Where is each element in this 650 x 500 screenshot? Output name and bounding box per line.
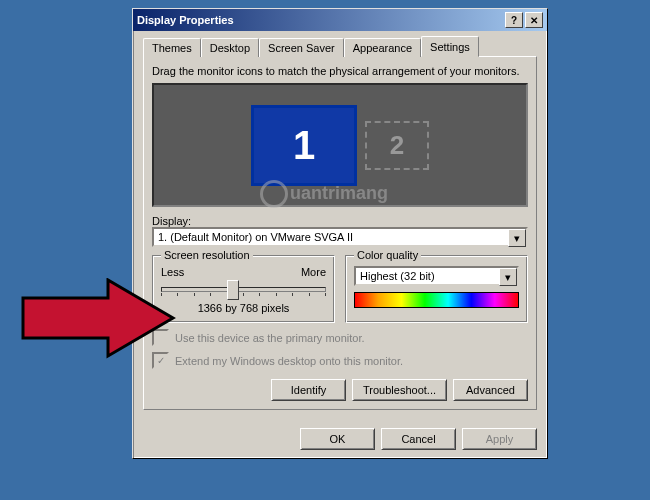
color-quality-value: Highest (32 bit) xyxy=(360,270,435,282)
monitor-2[interactable]: 2 xyxy=(365,121,429,170)
dialog-buttons: OK Cancel Apply xyxy=(133,420,547,458)
display-dropdown[interactable]: 1. (Default Monitor) on VMware SVGA II ▾ xyxy=(152,227,528,247)
display-properties-window: Display Properties ? ✕ Themes Desktop Sc… xyxy=(132,8,548,459)
help-button[interactable]: ? xyxy=(505,12,523,28)
display-value: 1. (Default Monitor) on VMware SVGA II xyxy=(158,231,353,243)
tab-desktop[interactable]: Desktop xyxy=(201,38,259,57)
color-spectrum xyxy=(354,292,519,308)
cancel-button[interactable]: Cancel xyxy=(381,428,456,450)
resolution-title: Screen resolution xyxy=(161,249,253,261)
monitor-arrangement-area[interactable]: 1 2 xyxy=(152,83,528,207)
primary-monitor-checkbox: Use this device as the primary monitor. xyxy=(152,329,528,346)
color-quality-title: Color quality xyxy=(354,249,421,261)
resolution-value: 1366 by 768 pixels xyxy=(161,302,326,314)
tab-themes[interactable]: Themes xyxy=(143,38,201,57)
titlebar[interactable]: Display Properties ? ✕ xyxy=(133,9,547,31)
settings-panel: Drag the monitor icons to match the phys… xyxy=(143,56,537,410)
tab-settings[interactable]: Settings xyxy=(421,36,479,57)
tab-appearance[interactable]: Appearance xyxy=(344,38,421,57)
tab-strip: Themes Desktop Screen Saver Appearance S… xyxy=(143,38,537,57)
checkbox-icon xyxy=(152,329,169,346)
advanced-button[interactable]: Advanced xyxy=(453,379,528,401)
tab-screensaver[interactable]: Screen Saver xyxy=(259,38,344,57)
color-quality-dropdown[interactable]: Highest (32 bit) ▾ xyxy=(354,266,519,286)
display-label: Display: xyxy=(152,215,528,227)
apply-button[interactable]: Apply xyxy=(462,428,537,450)
slider-track xyxy=(161,287,326,292)
instruction-text: Drag the monitor icons to match the phys… xyxy=(152,65,528,77)
resolution-less-label: Less xyxy=(161,266,184,278)
extend-desktop-checkbox: Extend my Windows desktop onto this moni… xyxy=(152,352,528,369)
resolution-slider[interactable] xyxy=(161,280,326,298)
slider-thumb[interactable] xyxy=(227,280,239,300)
resolution-more-label: More xyxy=(301,266,326,278)
color-quality-group: Color quality Highest (32 bit) ▾ xyxy=(345,255,528,323)
screen-resolution-group: Screen resolution Less More 1366 by 768 … xyxy=(152,255,335,323)
close-button[interactable]: ✕ xyxy=(525,12,543,28)
chevron-down-icon[interactable]: ▾ xyxy=(508,229,526,247)
ok-button[interactable]: OK xyxy=(300,428,375,450)
window-title: Display Properties xyxy=(137,14,503,26)
troubleshoot-button[interactable]: Troubleshoot... xyxy=(352,379,447,401)
chevron-down-icon[interactable]: ▾ xyxy=(499,268,517,286)
monitor-1[interactable]: 1 xyxy=(251,105,357,186)
checkbox-icon xyxy=(152,352,169,369)
identify-button[interactable]: Identify xyxy=(271,379,346,401)
